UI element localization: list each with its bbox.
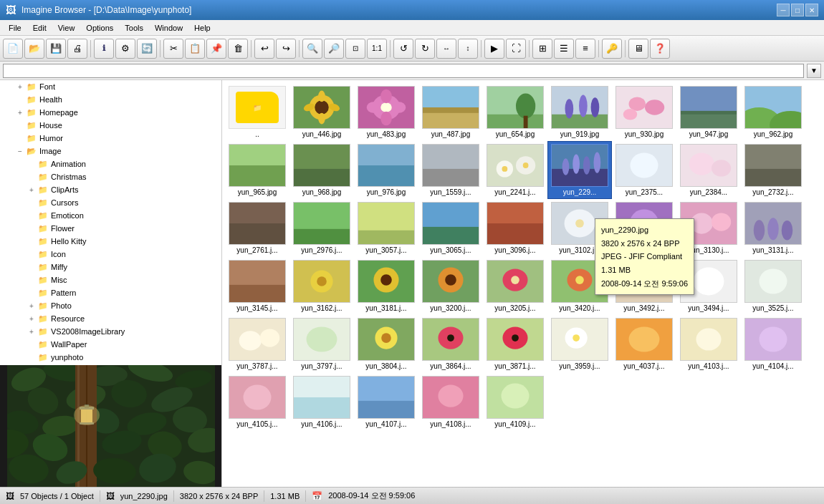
tree-item-humor[interactable]: 📁 Humor: [0, 132, 221, 145]
thumb-item-yun4107[interactable]: yun_4107.j...: [354, 373, 418, 431]
thumb-item-yun2375[interactable]: yun_2375...: [612, 141, 676, 199]
tb-flip-h[interactable]: ↔: [436, 39, 456, 59]
minimize-button[interactable]: ─: [777, 4, 790, 16]
thumb-item-yun919[interactable]: yun_919.jpg: [547, 83, 612, 141]
thumb-item-yun3130[interactable]: yun_3130.j...: [676, 199, 741, 257]
tb-paste[interactable]: 📌: [206, 39, 226, 59]
tb-props[interactable]: ⚙: [115, 39, 135, 59]
tree-item-image[interactable]: − 📂 Image: [0, 145, 221, 158]
thumb-item-yun968[interactable]: yun_968.jpg: [289, 141, 354, 199]
thumb-item-yun446[interactable]: yun_446.jpg: [289, 83, 354, 141]
thumb-item-yun3205[interactable]: yun_3205.j...: [483, 257, 547, 315]
tb-copy[interactable]: 📋: [185, 39, 205, 59]
tb-info[interactable]: ℹ: [94, 39, 114, 59]
menu-file[interactable]: File: [3, 20, 27, 35]
tree-item-hellokitty[interactable]: 📁 Hello Kitty: [0, 235, 221, 248]
thumb-item-yun3200[interactable]: yun_3200.j...: [418, 257, 483, 315]
thumb-item-yun976[interactable]: yun_976.jpg: [354, 141, 418, 199]
tb-actual[interactable]: 1:1: [367, 39, 387, 59]
address-input[interactable]: D:\Data\Image\yunphoto: [3, 64, 804, 78]
thumb-item-yun2761[interactable]: yun_2761.j...: [225, 199, 289, 257]
tb-fullscreen[interactable]: ⛶: [506, 39, 526, 59]
menu-options[interactable]: Options: [80, 20, 119, 35]
tb-print[interactable]: 🖨: [67, 39, 87, 59]
tb-fit[interactable]: ⊡: [345, 39, 365, 59]
thumb-item-yun3959[interactable]: yun_3959.j...: [547, 315, 612, 373]
tree-item-pattern[interactable]: 📁 Pattern: [0, 286, 221, 299]
thumb-item-yun3065[interactable]: yun_3065.j...: [418, 199, 483, 257]
thumb-item-yun965[interactable]: yun_965.jpg: [225, 141, 289, 199]
thumb-item-yun2976[interactable]: yun_2976.j...: [289, 199, 354, 257]
thumb-item-yun3117[interactable]: yun_3117.j...: [612, 199, 676, 257]
tree-item-icon[interactable]: 📁 Icon: [0, 248, 221, 261]
thumb-item-yun4106[interactable]: yun_4106.j...: [289, 373, 354, 431]
thumb-item-yun3525[interactable]: yun_3525.j...: [741, 257, 805, 315]
thumb-item-yun3492[interactable]: yun_3492.j...: [612, 257, 676, 315]
tree-item-resource[interactable]: + 📁 Resource: [0, 312, 221, 325]
tree-item-christmas[interactable]: 📁 Christmas: [0, 170, 221, 183]
thumb-item-yun4104[interactable]: yun_4104.j...: [741, 315, 805, 373]
tb-search[interactable]: 🔑: [602, 39, 622, 59]
tb-slide[interactable]: ▶: [484, 39, 504, 59]
thumb-item-yun3131[interactable]: yun_3131.j...: [741, 199, 805, 257]
tree-item-miffy[interactable]: 📁 Miffy: [0, 261, 221, 273]
thumb-item-yun3804[interactable]: yun_3804.j...: [354, 315, 418, 373]
thumb-item-yun4108[interactable]: yun_4108.j...: [418, 373, 483, 431]
thumb-item-yun3057[interactable]: yun_3057.j...: [354, 199, 418, 257]
tb-rotate-l[interactable]: ↺: [393, 39, 413, 59]
tb-redo[interactable]: ↪: [276, 39, 296, 59]
menu-window[interactable]: Window: [149, 20, 188, 35]
thumb-item-yun3864[interactable]: yun_3864.j...: [418, 315, 483, 373]
tb-save[interactable]: 💾: [46, 39, 66, 59]
thumb-item-yun3181[interactable]: yun_3181.j...: [354, 257, 418, 315]
thumb-item-yun947[interactable]: yun_947.jpg: [676, 83, 741, 141]
thumb-item-yun3145[interactable]: yun_3145.j...: [225, 257, 289, 315]
thumb-item-yun654[interactable]: yun_654.jpg: [483, 83, 547, 141]
tb-grid[interactable]: ⊞: [532, 39, 552, 59]
tb-list[interactable]: ☰: [554, 39, 574, 59]
tb-zoomout[interactable]: 🔎: [324, 39, 344, 59]
tree-item-vs2008[interactable]: + 📁 VS2008ImageLibrary: [0, 325, 221, 338]
tree-item-cliparts[interactable]: + 📁 ClipArts: [0, 183, 221, 196]
thumb-item-yun3162[interactable]: yun_3162.j...: [289, 257, 354, 315]
tree-item-wallpaper[interactable]: 📁 WallPaper: [0, 338, 221, 351]
tree-item-health[interactable]: 📁 Health: [0, 93, 221, 106]
tree-item-font[interactable]: + 📁 Font: [0, 80, 221, 93]
menu-view[interactable]: View: [52, 20, 81, 35]
thumb-item-yun3420[interactable]: yun_3420.j...: [547, 257, 612, 315]
thumb-item-yun483[interactable]: yun_483.jpg: [354, 83, 418, 141]
thumb-item-yun3787[interactable]: yun_3787.j...: [225, 315, 289, 373]
thumb-item-yun2241[interactable]: yun_2241.j...: [483, 141, 547, 199]
thumb-item-yun962[interactable]: yun_962.jpg: [741, 83, 805, 141]
tb-open[interactable]: 📂: [24, 39, 44, 59]
thumb-item-yun3096[interactable]: yun_3096.j...: [483, 199, 547, 257]
tb-cut[interactable]: ✂: [163, 39, 183, 59]
thumb-item-yun930[interactable]: yun_930.jpg: [612, 83, 676, 141]
thumb-item-yun4037[interactable]: yun_4037.j...: [612, 315, 676, 373]
tb-delete[interactable]: 🗑: [228, 39, 248, 59]
tree-item-photo[interactable]: + 📁 Photo: [0, 299, 221, 312]
menu-edit[interactable]: Edit: [27, 20, 52, 35]
tb-undo[interactable]: ↩: [254, 39, 274, 59]
menu-tools[interactable]: Tools: [119, 20, 149, 35]
thumb-item-yun2732[interactable]: yun_2732.j...: [741, 141, 805, 199]
close-button[interactable]: ✕: [805, 4, 818, 16]
thumb-item-yun3494[interactable]: yun_3494.j...: [676, 257, 741, 315]
tree-item-homepage[interactable]: + 📁 Homepage: [0, 106, 221, 119]
thumb-item-dotdot[interactable]: 📁 ..: [225, 83, 289, 141]
tree-item-yunphoto[interactable]: 📁 yunphoto: [0, 351, 221, 364]
tree-item-misc[interactable]: 📁 Misc: [0, 273, 221, 286]
tree-item-cursors[interactable]: 📁 Cursors: [0, 196, 221, 209]
tb-rotate-r[interactable]: ↻: [415, 39, 435, 59]
tb-new[interactable]: 📄: [3, 39, 23, 59]
tree-item-house[interactable]: 📁 House: [0, 119, 221, 132]
thumb-item-yun487[interactable]: yun_487.jpg: [418, 83, 483, 141]
thumb-item-yun4105[interactable]: yun_4105.j...: [225, 373, 289, 431]
thumb-item-yun2290[interactable]: yun_229...: [547, 141, 612, 199]
tb-flip-v[interactable]: ↕: [458, 39, 478, 59]
tb-details[interactable]: ≡: [575, 39, 595, 59]
tree-item-animation[interactable]: 📁 Animation: [0, 158, 221, 170]
tb-about[interactable]: ❓: [650, 39, 670, 59]
tree-item-flower[interactable]: 📁 Flower: [0, 222, 221, 235]
tb-refresh[interactable]: 🔄: [137, 39, 157, 59]
